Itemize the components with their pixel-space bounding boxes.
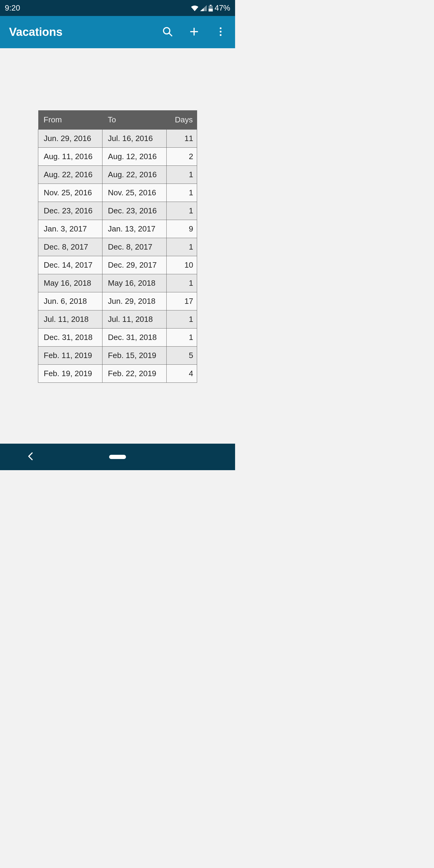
cell-from: Dec. 31, 2018 [38,329,102,347]
status-time: 9:20 [5,3,20,12]
content-area: From To Days Jun. 29, 2016Jul. 16, 20161… [0,48,235,444]
table-row[interactable]: Jul. 11, 2018Jul. 11, 20181 [38,310,197,329]
col-days: Days [167,110,197,130]
system-nav-bar [0,444,235,470]
table-row[interactable]: Jun. 29, 2016Jul. 16, 201611 [38,130,197,148]
cell-from: Aug. 11, 2016 [38,148,102,166]
cell-to: Feb. 15, 2019 [102,347,167,365]
cell-days: 1 [167,202,197,220]
table-row[interactable]: Dec. 14, 2017Dec. 29, 201710 [38,256,197,274]
cell-days: 10 [167,256,197,274]
cell-to: Aug. 12, 2016 [102,148,167,166]
home-button[interactable] [109,455,126,459]
cell-days: 1 [167,329,197,347]
svg-point-9 [220,34,221,36]
svg-point-3 [164,27,170,34]
table-row[interactable]: Dec. 23, 2016Dec. 23, 20161 [38,202,197,220]
app-bar: Vacations [0,16,235,48]
more-vert-icon [219,27,222,37]
signal-icon [200,5,207,11]
cell-from: Dec. 14, 2017 [38,256,102,274]
cell-to: Jan. 13, 2017 [102,220,167,238]
cell-days: 1 [167,310,197,329]
svg-point-7 [220,27,221,29]
table-row[interactable]: Aug. 11, 2016Aug. 12, 20162 [38,148,197,166]
svg-rect-2 [209,9,213,11]
cell-from: Aug. 22, 2016 [38,166,102,184]
search-button[interactable] [161,26,174,38]
cell-days: 1 [167,184,197,202]
vacations-table: From To Days Jun. 29, 2016Jul. 16, 20161… [38,110,197,383]
cell-to: Dec. 23, 2016 [102,202,167,220]
table-row[interactable]: Jun. 6, 2018Jun. 29, 201817 [38,292,197,310]
status-bar: 9:20 47% [0,0,235,16]
cell-from: Feb. 11, 2019 [38,347,102,365]
cell-days: 9 [167,220,197,238]
cell-days: 11 [167,130,197,148]
table-row[interactable]: Jan. 3, 2017Jan. 13, 20179 [38,220,197,238]
cell-to: Jul. 16, 2016 [102,130,167,148]
svg-rect-0 [210,5,212,6]
cell-to: Nov. 25, 2016 [102,184,167,202]
cell-from: Jan. 3, 2017 [38,220,102,238]
overflow-button[interactable] [215,26,227,38]
cell-to: May 16, 2018 [102,274,167,292]
cell-from: Feb. 19, 2019 [38,365,102,383]
col-from: From [38,110,102,130]
cell-to: Dec. 8, 2017 [102,238,167,256]
page-title: Vacations [9,26,161,38]
cell-days: 1 [167,274,197,292]
svg-point-8 [220,31,221,33]
cell-from: Jun. 29, 2016 [38,130,102,148]
chevron-left-icon [27,456,34,461]
cell-to: Dec. 31, 2018 [102,329,167,347]
cell-days: 1 [167,166,197,184]
add-button[interactable] [188,26,200,38]
cell-days: 1 [167,238,197,256]
cell-from: Jun. 6, 2018 [38,292,102,310]
cell-days: 4 [167,365,197,383]
search-icon [162,26,173,38]
battery-icon [209,5,213,11]
cell-to: Jul. 11, 2018 [102,310,167,329]
table-row[interactable]: Feb. 11, 2019Feb. 15, 20195 [38,347,197,365]
table-row[interactable]: Feb. 19, 2019Feb. 22, 20194 [38,365,197,383]
table-row[interactable]: Nov. 25, 2016Nov. 25, 20161 [38,184,197,202]
status-battery-pct: 47% [215,3,230,13]
col-to: To [102,110,167,130]
cell-to: Jun. 29, 2018 [102,292,167,310]
cell-to: Dec. 29, 2017 [102,256,167,274]
table-row[interactable]: Dec. 8, 2017Dec. 8, 20171 [38,238,197,256]
cell-from: Dec. 8, 2017 [38,238,102,256]
cell-from: May 16, 2018 [38,274,102,292]
back-button[interactable] [27,452,34,462]
cell-from: Dec. 23, 2016 [38,202,102,220]
cell-days: 2 [167,148,197,166]
cell-to: Feb. 22, 2019 [102,365,167,383]
wifi-icon [191,5,198,11]
cell-from: Jul. 11, 2018 [38,310,102,329]
cell-from: Nov. 25, 2016 [38,184,102,202]
cell-days: 5 [167,347,197,365]
cell-to: Aug. 22, 2016 [102,166,167,184]
table-row[interactable]: May 16, 2018May 16, 20181 [38,274,197,292]
table-row[interactable]: Dec. 31, 2018Dec. 31, 20181 [38,329,197,347]
svg-line-4 [169,33,173,36]
plus-icon [189,27,199,38]
cell-days: 17 [167,292,197,310]
table-header-row: From To Days [38,110,197,130]
table-row[interactable]: Aug. 22, 2016Aug. 22, 20161 [38,166,197,184]
